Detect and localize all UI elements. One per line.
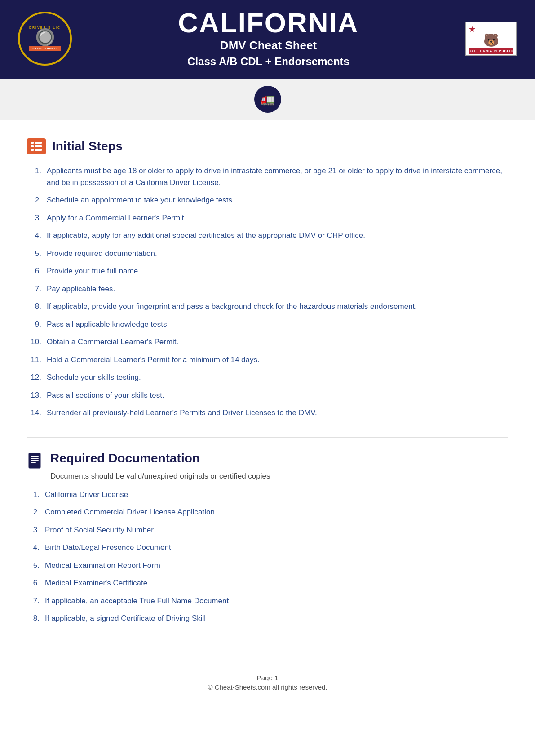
step-number: 11. (27, 354, 41, 366)
step-text: Provide required documentation. (47, 248, 157, 259)
initial-steps-header: Initial Steps (27, 138, 508, 154)
list-item: 6.Provide your true full name. (27, 265, 508, 277)
list-item: 4.Birth Date/Legal Presence Document (27, 542, 508, 554)
step-text: Pay applicable fees. (47, 283, 115, 295)
list-item: 7.Pay applicable fees. (27, 283, 508, 295)
header-title: CALIFORNIA (72, 9, 465, 37)
doc-number: 7. (27, 595, 40, 607)
svg-rect-5 (35, 149, 42, 151)
page-footer: Page 1 © Cheat-Sheets.com all rights res… (0, 665, 535, 704)
doc-number: 1. (27, 489, 40, 501)
step-text: If applicable, provide your fingerprint … (47, 301, 417, 312)
list-item: 7.If applicable, an acceptable True Full… (27, 595, 508, 607)
step-number: 10. (27, 336, 41, 348)
docs-title: Required Documentation (50, 451, 200, 466)
header-class: Class A/B CDL + Endorsements (72, 55, 465, 68)
step-number: 1. (27, 165, 41, 188)
doc-text: California Driver License (45, 489, 128, 501)
initial-steps-title: Initial Steps (52, 139, 123, 154)
svg-rect-2 (31, 145, 34, 147)
svg-rect-0 (31, 142, 34, 144)
flag-star-icon: ★ (469, 24, 476, 34)
doc-text: Medical Examination Report Form (45, 560, 160, 571)
truck-icon: 🚛 (254, 86, 281, 113)
doc-text: Medical Examiner's Certificate (45, 577, 147, 589)
logo-bottom-text: CHEAT SHEETS (29, 46, 61, 51)
step-number: 3. (27, 212, 41, 224)
step-text: Obtain a Commercial Learner's Permit. (47, 336, 178, 348)
list-item: 5.Provide required documentation. (27, 248, 508, 259)
list-item: 9.Pass all applicable knowledge tests. (27, 319, 508, 330)
doc-number: 2. (27, 506, 40, 518)
header-center: CALIFORNIA DMV Cheat Sheet Class A/B CDL… (72, 9, 465, 68)
header-subtitle: DMV Cheat Sheet (72, 39, 465, 53)
docs-section-header: Required Documentation (27, 451, 508, 469)
logo: DRIVER'S LIC 🔘 CHEAT SHEETS (18, 12, 72, 66)
list-item: 12.Schedule your skills testing. (27, 372, 508, 383)
list-item: 8.If applicable, provide your fingerprin… (27, 301, 508, 312)
step-text: If applicable, apply for any additional … (47, 230, 365, 242)
list-item: 1.Applicants must be age 18 or older to … (27, 165, 508, 188)
step-number: 8. (27, 301, 41, 312)
svg-rect-1 (35, 142, 42, 144)
step-text: Surrender all previously-held Learner's … (47, 407, 317, 419)
list-item: 13.Pass all sections of your skills test… (27, 390, 508, 401)
step-number: 14. (27, 407, 41, 419)
svg-rect-3 (35, 145, 42, 147)
step-text: Pass all applicable knowledge tests. (47, 319, 169, 330)
list-item: 1.California Driver License (27, 489, 508, 501)
list-item: 2.Schedule an appointment to take your k… (27, 194, 508, 206)
list-item: 5.Medical Examination Report Form (27, 560, 508, 571)
doc-number: 5. (27, 560, 40, 571)
california-flag: ★ 🐻 CALIFORNIA REPUBLIC (465, 22, 517, 56)
flag-stripe: CALIFORNIA REPUBLIC (469, 48, 513, 54)
docs-list: 1.California Driver License2.Completed C… (27, 489, 508, 624)
svg-rect-4 (31, 149, 34, 151)
step-text: Schedule your skills testing. (47, 372, 141, 383)
step-number: 2. (27, 194, 41, 206)
step-text: Provide your true full name. (47, 265, 140, 277)
step-number: 6. (27, 265, 41, 277)
initial-steps-list: 1.Applicants must be age 18 or older to … (27, 165, 508, 419)
step-text: Hold a Commercial Learner's Permit for a… (47, 354, 260, 366)
step-text: Apply for a Commercial Learner's Permit. (47, 212, 186, 224)
doc-text: Birth Date/Legal Presence Document (45, 542, 171, 554)
doc-text: Completed Commercial Driver License Appl… (45, 506, 215, 518)
doc-number: 8. (27, 613, 40, 624)
step-text: Schedule an appointment to take your kno… (47, 194, 234, 206)
doc-text: Proof of Social Security Number (45, 524, 154, 536)
step-number: 13. (27, 390, 41, 401)
step-number: 5. (27, 248, 41, 259)
list-item: 2.Completed Commercial Driver License Ap… (27, 506, 508, 518)
step-text: Pass all sections of your skills test. (47, 390, 164, 401)
doc-number: 6. (27, 577, 40, 589)
list-item: 11.Hold a Commercial Learner's Permit fo… (27, 354, 508, 366)
svg-rect-8 (31, 458, 39, 459)
page-number: Page 1 (0, 674, 535, 681)
svg-rect-10 (31, 462, 36, 463)
page-header: DRIVER'S LIC 🔘 CHEAT SHEETS CALIFORNIA D… (0, 0, 535, 79)
flag-bear-icon: 🐻 (483, 33, 499, 48)
logo-wheel-icon: 🔘 (35, 29, 55, 45)
doc-text: If applicable, a signed Certificate of D… (45, 613, 206, 624)
list-item: 6.Medical Examiner's Certificate (27, 577, 508, 589)
step-number: 9. (27, 319, 41, 330)
main-content: Initial Steps 1.Applicants must be age 1… (0, 120, 535, 656)
list-svg-icon (31, 142, 42, 151)
list-item: 14.Surrender all previously-held Learner… (27, 407, 508, 419)
docs-subtitle: Documents should be valid/unexpired orig… (50, 472, 508, 481)
list-item: 8.If applicable, a signed Certificate of… (27, 613, 508, 624)
svg-rect-7 (31, 456, 39, 457)
flag-text: CALIFORNIA REPUBLIC (469, 49, 513, 53)
step-number: 4. (27, 230, 41, 242)
step-number: 7. (27, 283, 41, 295)
document-icon (27, 452, 44, 469)
list-icon (27, 138, 46, 154)
list-item: 10.Obtain a Commercial Learner's Permit. (27, 336, 508, 348)
list-item: 4.If applicable, apply for any additiona… (27, 230, 508, 242)
step-number: 12. (27, 372, 41, 383)
docs-header-text: Required Documentation (50, 451, 200, 466)
list-item: 3.Proof of Social Security Number (27, 524, 508, 536)
step-text: Applicants must be age 18 or older to ap… (47, 165, 508, 188)
doc-text: If applicable, an acceptable True Full N… (45, 595, 229, 607)
